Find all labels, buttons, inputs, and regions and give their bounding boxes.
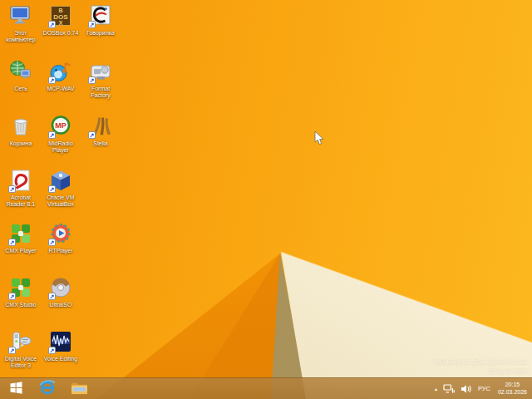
- internet-explorer-icon: [39, 379, 56, 398]
- svg-text:MP: MP: [55, 121, 66, 130]
- desktop-icon-govorilka[interactable]: ↗Говорилка: [81, 3, 120, 37]
- shortcut-arrow-icon: ↗: [88, 21, 96, 28]
- windows-start-icon: [10, 382, 22, 397]
- desktop-icon-dve[interactable]: ↗Digital Voice Editor 3: [2, 329, 40, 369]
- desktop-icon-mcp-wav[interactable]: ↗MCP-WAV: [42, 59, 80, 92]
- mcp-wav-icon: ↗: [48, 59, 73, 84]
- cmx-studio-icon: ↗: [8, 275, 33, 300]
- shortcut-arrow-icon: ↗: [48, 347, 56, 354]
- network-icon[interactable]: [443, 384, 455, 394]
- shortcut-arrow-icon: ↗: [88, 76, 96, 84]
- shortcut-arrow-icon: ↗: [48, 185, 56, 193]
- desktop-icon-virtualbox[interactable]: ↗Oracle VM VirtualBox: [42, 168, 80, 208]
- dve-icon: ↗: [8, 329, 33, 354]
- virtualbox-icon: ↗: [48, 168, 73, 193]
- desktop-icons: Этот компьютерBDOSX↗DOSBox 0.74↗Говорилк…: [0, 0, 133, 382]
- desktop-icon-network[interactable]: Сеть: [2, 59, 40, 92]
- govorilka-icon: ↗: [88, 3, 113, 28]
- cmx-player-icon: ↗: [8, 221, 33, 246]
- this-pc-icon: [8, 3, 33, 28]
- language-indicator[interactable]: РУС: [478, 385, 490, 392]
- desktop-icon-ultraiso[interactable]: ↗UltraISO: [42, 275, 80, 308]
- svg-text:X: X: [59, 20, 63, 26]
- volume-icon[interactable]: [461, 384, 472, 394]
- shortcut-arrow-icon: ↗: [8, 347, 16, 354]
- desktop-icon-label: Говорилка: [81, 30, 120, 37]
- midradio-icon: MP↗: [48, 114, 73, 139]
- desktop-icon-midradio[interactable]: MP↗MidRadio Player: [42, 114, 80, 154]
- desktop-icon-label: Oracle VM VirtualBox: [42, 195, 80, 208]
- desktop-icon-label: MidRadio Player: [42, 140, 80, 154]
- desktop-icon-format-factory[interactable]: ↗Format Factory: [81, 59, 120, 99]
- dosbox-icon: BDOSX↗: [48, 3, 73, 28]
- desktop-icon-dosbox[interactable]: BDOSX↗DOSBox 0.74: [42, 3, 80, 37]
- desktop-icon-label: Acrobat Reader 8.1: [2, 195, 40, 208]
- shortcut-arrow-icon: ↗: [88, 131, 96, 139]
- desktop-icon-label: DOSBox 0.74: [42, 30, 80, 37]
- rtplayer-icon: ↗: [48, 221, 73, 246]
- ultraiso-icon: ↗: [48, 275, 73, 300]
- desktop-icon-label: MCP-WAV: [42, 86, 80, 92]
- taskbar-clock[interactable]: 20:15 02.03.2026: [498, 382, 527, 396]
- desktop-icon-this-pc[interactable]: Этот компьютер: [2, 3, 40, 43]
- windows-watermark: Windows 8.1 Для одного языка Сборка 9600: [433, 357, 528, 376]
- svg-text:B: B: [58, 7, 62, 13]
- desktop-icon-recycle-bin[interactable]: Корзина: [2, 114, 40, 147]
- network-icon: [8, 59, 33, 84]
- shortcut-arrow-icon: ↗: [48, 239, 56, 246]
- shortcut-arrow-icon: ↗: [48, 293, 56, 300]
- show-hidden-icons-button[interactable]: ▴: [435, 387, 437, 392]
- desktop-icon-label: Корзина: [2, 140, 40, 147]
- watermark-build: Сборка 9600: [433, 367, 528, 376]
- start-button[interactable]: [0, 378, 32, 399]
- file-explorer-icon: [71, 381, 88, 397]
- desktop-icon-cmx-studio[interactable]: ↗CMX Studio: [2, 275, 40, 308]
- shortcut-arrow-icon: ↗: [8, 239, 16, 246]
- desktop-icon-voice-editing[interactable]: ↗Voice Editing: [42, 329, 80, 362]
- shortcut-arrow-icon: ↗: [8, 293, 16, 300]
- format-factory-icon: ↗: [88, 59, 113, 84]
- shortcut-arrow-icon: ↗: [48, 131, 56, 139]
- desktop: Этот компьютерBDOSX↗DOSBox 0.74↗Говорилк…: [0, 0, 532, 399]
- taskbar: ▴ РУС 20:15 02.03.2026: [0, 377, 532, 399]
- stella-icon: ↗: [88, 114, 113, 139]
- shortcut-arrow-icon: ↗: [8, 185, 16, 193]
- acrobat-icon: ↗: [8, 168, 33, 193]
- clock-time: 20:15: [498, 382, 527, 389]
- recycle-bin-icon: [8, 114, 33, 139]
- desktop-icon-rtplayer[interactable]: ↗RTPlayer: [42, 221, 80, 254]
- desktop-icon-label: Stella: [81, 140, 120, 147]
- desktop-icon-cmx-player[interactable]: ↗CMX Player: [2, 221, 40, 254]
- desktop-icon-stella[interactable]: ↗Stella: [81, 114, 120, 147]
- shortcut-arrow-icon: ↗: [48, 21, 56, 28]
- clock-date: 02.03.2026: [498, 389, 527, 397]
- desktop-icon-label: Этот компьютер: [2, 30, 40, 43]
- system-tray: ▴ РУС 20:15 02.03.2026: [435, 382, 532, 396]
- desktop-icon-label: UltraISO: [42, 302, 80, 308]
- desktop-icon-label: Digital Voice Editor 3: [2, 356, 40, 369]
- desktop-icon-acrobat[interactable]: ↗Acrobat Reader 8.1: [2, 168, 40, 208]
- voice-editing-icon: ↗: [48, 329, 73, 354]
- desktop-icon-label: CMX Player: [2, 248, 40, 254]
- taskbar-file-explorer-button[interactable]: [63, 378, 95, 399]
- shortcut-arrow-icon: ↗: [48, 76, 56, 84]
- desktop-icon-label: RTPlayer: [42, 248, 80, 254]
- desktop-icon-label: Сеть: [2, 86, 40, 92]
- taskbar-internet-explorer-button[interactable]: [32, 378, 63, 399]
- desktop-icon-label: CMX Studio: [2, 302, 40, 308]
- mouse-cursor-icon: [314, 131, 325, 146]
- desktop-icon-label: Voice Editing: [42, 356, 80, 362]
- desktop-icon-label: Format Factory: [81, 86, 120, 99]
- watermark-edition: Windows 8.1 Для одного языка: [433, 357, 528, 367]
